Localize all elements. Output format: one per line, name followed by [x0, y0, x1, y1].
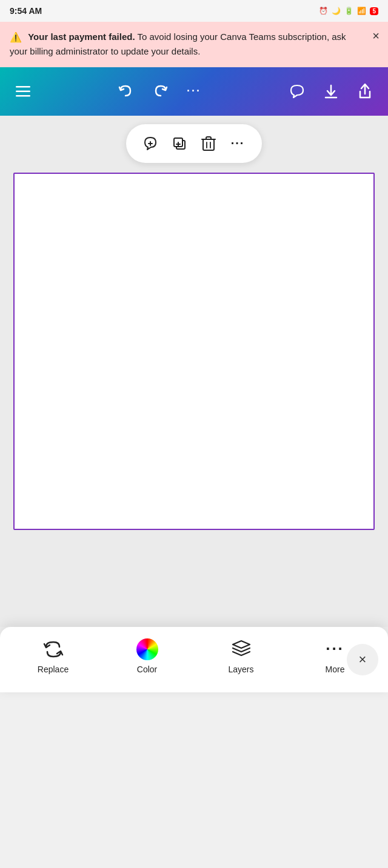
- wifi-icon: 📶: [357, 7, 366, 15]
- svg-rect-1: [16, 90, 30, 92]
- status-time: 9:54 AM: [10, 6, 42, 16]
- delete-button[interactable]: [195, 130, 222, 157]
- battery-icon: 🔋: [344, 7, 353, 15]
- toolbar-center: ···: [115, 85, 205, 98]
- status-bar: 9:54 AM ⏰ 🌙 🔋 📶 5: [0, 0, 388, 22]
- payment-bold-text: Your last payment failed.: [28, 31, 135, 42]
- replace-tool[interactable]: Replace: [29, 638, 78, 674]
- payment-banner-close-button[interactable]: ×: [372, 29, 380, 43]
- canvas-spacer: [0, 548, 388, 627]
- main-toolbar: ···: [0, 67, 388, 116]
- svg-rect-0: [16, 86, 30, 88]
- menu-icon[interactable]: [12, 86, 34, 97]
- warning-icon: ⚠️: [10, 30, 22, 45]
- download-icon[interactable]: [320, 84, 342, 99]
- payment-warning-banner: ⚠️ Your last payment failed. To avoid lo…: [0, 22, 388, 67]
- toolbar-left: [12, 86, 34, 97]
- duplicate-button[interactable]: [166, 130, 193, 157]
- status-icons: ⏰ 🌙 🔋 📶 5: [319, 7, 378, 15]
- more-pill-button[interactable]: ···: [224, 130, 251, 157]
- undo-icon[interactable]: [115, 85, 137, 98]
- toolbar-right: [286, 83, 376, 100]
- replace-icon: [42, 638, 64, 661]
- bottom-toolbar-close-button[interactable]: ×: [347, 644, 378, 675]
- more-label: More: [326, 664, 345, 674]
- floating-toolbar: ···: [0, 116, 388, 167]
- action-pill: ···: [126, 124, 262, 163]
- canvas-frame[interactable]: [13, 173, 375, 530]
- alarm-icon: ⏰: [319, 7, 328, 15]
- add-comment-button[interactable]: [137, 130, 164, 157]
- layers-tool[interactable]: Layers: [217, 638, 266, 674]
- color-label: Color: [137, 664, 157, 674]
- share-icon[interactable]: [354, 83, 376, 100]
- replace-label: Replace: [38, 664, 69, 674]
- bottom-toolbar: Replace Color Layers ··· More ×: [0, 627, 388, 692]
- comment-icon[interactable]: [286, 84, 308, 99]
- svg-rect-12: [203, 139, 214, 150]
- notification-badge: 5: [370, 7, 378, 15]
- layers-label: Layers: [228, 664, 253, 674]
- layers-icon: [230, 638, 252, 661]
- color-icon: [136, 638, 158, 661]
- moon-icon: 🌙: [332, 7, 341, 15]
- redo-icon[interactable]: [149, 85, 171, 98]
- color-tool[interactable]: Color: [123, 638, 172, 674]
- svg-rect-2: [16, 95, 30, 97]
- more-options-icon[interactable]: ···: [183, 85, 205, 98]
- more-icon: ···: [326, 638, 344, 661]
- color-wheel-icon: [136, 638, 158, 660]
- canvas-area[interactable]: [0, 167, 388, 548]
